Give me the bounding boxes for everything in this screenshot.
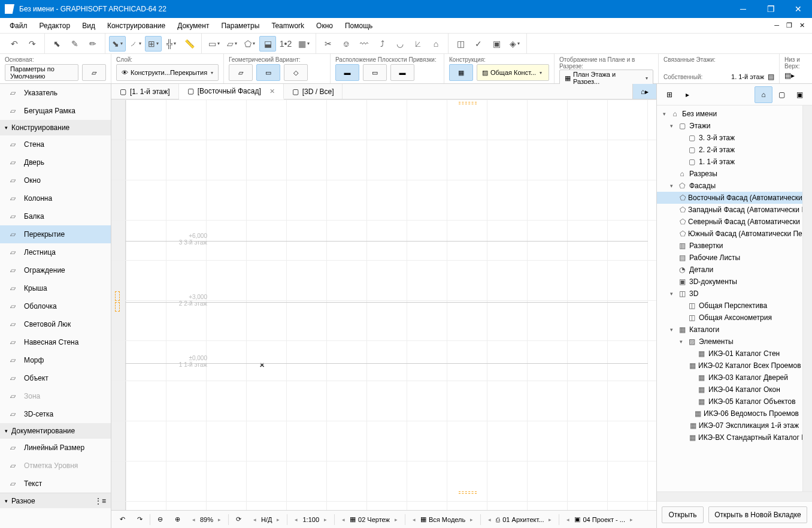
- tree-item[interactable]: ▦ИКЭ-07 Экспликация 1-й этаж: [657, 420, 802, 432]
- tree-toggle-icon[interactable]: ▾: [668, 327, 675, 333]
- navigator-toggle-button[interactable]: ⌂▸: [632, 84, 656, 99]
- tree-item[interactable]: ▾▦Каталоги: [657, 324, 802, 336]
- plane-top-button[interactable]: ▬: [335, 64, 359, 81]
- menu-вид[interactable]: Вид: [76, 19, 101, 32]
- tree-item[interactable]: ▾▨Элементы: [657, 336, 802, 348]
- text-tool[interactable]: ▱Текст: [0, 475, 111, 493]
- show-selection-button[interactable]: ✓: [470, 36, 487, 52]
- tree-item[interactable]: ▦ИКЭ-05 Каталог Объектов: [657, 396, 802, 408]
- navigator-h-scrollbar[interactable]: [657, 491, 812, 501]
- tree-item[interactable]: ▦ИКЭ-04 Каталог Окон: [657, 384, 802, 396]
- tree-item[interactable]: ▤Рабочие Листы: [657, 252, 802, 264]
- project-value[interactable]: ▣04 Проект - ...: [562, 513, 637, 526]
- tree-item[interactable]: ▦ИКЭ-ВХ Стандартный Каталог ВI: [657, 432, 802, 443]
- eyedropper-button[interactable]: ✎: [66, 36, 83, 52]
- tree-item[interactable]: ▥Развертки: [657, 240, 802, 252]
- construction-selector[interactable]: ▨Общая Конст...: [477, 64, 549, 81]
- menu-файл[interactable]: Файл: [4, 19, 34, 32]
- nav-prev-button[interactable]: ↶: [115, 513, 130, 526]
- orientation-button[interactable]: ⟳: [231, 513, 246, 526]
- tree-item[interactable]: ▾◫3D: [657, 288, 802, 300]
- view-tab[interactable]: ▢[3D / Все]: [284, 84, 343, 99]
- nav-layout-book-button[interactable]: ▢: [772, 86, 790, 103]
- slab-tool[interactable]: ▱Перекрытие: [0, 225, 111, 243]
- drawing-value[interactable]: ▦02 Чертеж: [337, 513, 402, 526]
- zoom-value[interactable]: 89%: [187, 513, 226, 526]
- tree-item[interactable]: ⬠Восточный Фасад (Автоматически: [657, 192, 802, 204]
- gravity-button[interactable]: ⬓: [259, 36, 276, 52]
- mdi-close-button[interactable]: ✕: [796, 20, 808, 31]
- open-button[interactable]: Открыть: [662, 506, 704, 523]
- menu-окно[interactable]: Окно: [310, 19, 339, 32]
- undo-button[interactable]: ↶: [6, 36, 23, 52]
- snap-points-button[interactable]: ⊞: [145, 36, 162, 52]
- morph-tool[interactable]: ▱Морф: [0, 351, 111, 369]
- nav-view-map-button[interactable]: ⌂: [755, 86, 772, 103]
- tree-item[interactable]: ⬠Северный Фасад (Автоматически: [657, 216, 802, 228]
- guide-lines-button[interactable]: ⟋: [127, 36, 144, 52]
- model-value[interactable]: ▦Вся Модель: [408, 513, 478, 526]
- roof-tool[interactable]: ▱Крыша: [0, 279, 111, 297]
- geom-rect-button[interactable]: ▭: [256, 64, 280, 81]
- resize-button[interactable]: ⟀: [410, 36, 426, 52]
- element-info-button[interactable]: ◈: [506, 36, 523, 52]
- drawing-canvas[interactable]: ✕ +6,0003 3-й этаж+3,0002 2-й этаж±0,000…: [111, 99, 656, 510]
- intersect-button[interactable]: ⤴: [374, 36, 390, 52]
- story-link-icon[interactable]: ▤: [768, 73, 774, 81]
- nav-dropdown-button[interactable]: ▸: [678, 86, 696, 103]
- marquee-tool[interactable]: ▱Бегущая Рамка: [0, 102, 111, 120]
- menu-конструирование[interactable]: Конструирование: [101, 19, 171, 32]
- beam-tool[interactable]: ▱Балка: [0, 207, 111, 225]
- mdi-minimize-button[interactable]: ─: [771, 20, 783, 31]
- dimension-tool[interactable]: ▱Линейный Размер: [0, 439, 111, 457]
- tree-toggle-icon[interactable]: ▾: [660, 111, 668, 117]
- tree-toggle-icon[interactable]: ▾: [668, 291, 675, 297]
- tree-item[interactable]: ◔Детали: [657, 264, 802, 276]
- shell-tool[interactable]: ▱Оболочка: [0, 297, 111, 315]
- pick-button[interactable]: ⬉: [49, 36, 65, 52]
- find-select-button[interactable]: ▣: [488, 36, 505, 52]
- edit-selection-button[interactable]: ◫: [452, 36, 469, 52]
- adjust-button[interactable]: 〰: [356, 36, 372, 52]
- surface-snap-button[interactable]: ⬠: [241, 36, 258, 52]
- tree-item[interactable]: ◫Общая Аксонометрия: [657, 312, 802, 324]
- tree-item[interactable]: ▾⬠Фасады: [657, 180, 802, 192]
- orientation-value[interactable]: Н/Д: [249, 513, 284, 526]
- layer-selector[interactable]: 👁Конструкти...Перекрытия: [116, 64, 219, 81]
- menu-редактор[interactable]: Редактор: [34, 19, 77, 32]
- tree-item[interactable]: ▦ИКЭ-02 Каталог Всех Проемов: [657, 360, 802, 372]
- object-tool[interactable]: ▱Объект: [0, 369, 111, 387]
- skylight-tool[interactable]: ▱Световой Люк: [0, 315, 111, 333]
- tree-item[interactable]: ⬠Южный Фасад (Автоматически Пе: [657, 228, 802, 240]
- home-story-value[interactable]: 1. 1-й этаж: [731, 73, 764, 80]
- menu-параметры[interactable]: Параметры: [215, 19, 265, 32]
- nav-tree-mode-button[interactable]: ⊞: [660, 86, 678, 103]
- wall-tool[interactable]: ▱Стена: [0, 135, 111, 153]
- tree-item[interactable]: ▦ИКЭ-01 Каталог Стен: [657, 348, 802, 360]
- grid-display-button[interactable]: 1•2: [277, 36, 294, 52]
- tree-toggle-icon[interactable]: ▾: [668, 183, 675, 189]
- nav-next-button[interactable]: ↷: [132, 513, 147, 526]
- ruler-button[interactable]: 📏: [181, 36, 198, 52]
- maximize-button[interactable]: ❐: [757, 0, 784, 18]
- open-new-tab-button[interactable]: Открыть в Новой Вкладке: [708, 506, 807, 523]
- misc-section-header[interactable]: Разное ⋮≡: [0, 493, 111, 508]
- default-settings-button[interactable]: Параметры по Умолчанию: [5, 64, 78, 81]
- fillet-button[interactable]: ◡: [392, 36, 408, 52]
- trace-button[interactable]: ▦: [295, 36, 312, 52]
- door-tool[interactable]: ▱Дверь: [0, 153, 111, 171]
- zoom-out-button[interactable]: ⊖: [153, 513, 168, 526]
- geom-poly-button[interactable]: ▱: [229, 64, 253, 81]
- tree-item[interactable]: ▢2. 2-й этаж: [657, 144, 802, 156]
- railing-tool[interactable]: ▱Ограждение: [0, 261, 111, 279]
- arch-value[interactable]: ⎙01 Архитект...: [483, 513, 556, 526]
- tree-item[interactable]: ⌂Разрезы: [657, 168, 802, 180]
- tab-close-button[interactable]: ✕: [269, 88, 275, 95]
- menu-помощь[interactable]: Помощь: [339, 19, 378, 32]
- minimize-button[interactable]: ─: [729, 0, 757, 18]
- tree-toggle-icon[interactable]: ▾: [668, 123, 675, 129]
- pointer-tool[interactable]: ▱Указатель: [0, 84, 111, 102]
- construction-section-header[interactable]: Конструирование: [0, 120, 111, 135]
- window-tool[interactable]: ▱Окно: [0, 171, 111, 189]
- redo-button[interactable]: ↷: [24, 36, 41, 52]
